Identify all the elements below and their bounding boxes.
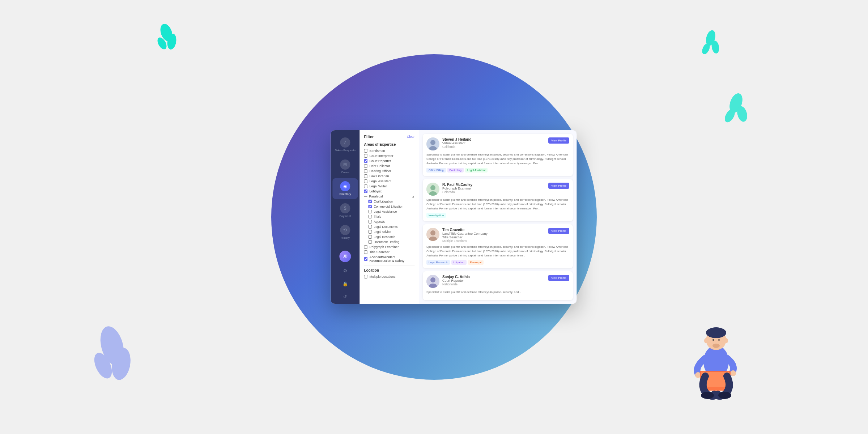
lock-icon[interactable]: 🔒 xyxy=(341,280,349,288)
leaf-decoration-3 xyxy=(87,324,137,391)
profile-desc-2: Specialist to assist plaintiff and defen… xyxy=(426,198,569,211)
profile-location-3: Multiple Locations xyxy=(442,239,545,243)
profile-location-4: Nationwide xyxy=(442,282,545,286)
filter-document-drafting[interactable]: Document Drafting xyxy=(368,239,414,244)
lobbyist-checkbox[interactable] xyxy=(364,190,367,193)
polygraph-checkbox[interactable] xyxy=(364,245,367,249)
appeals-checkbox[interactable] xyxy=(368,220,372,224)
filter-polygraph[interactable]: Polygraph Examiner xyxy=(364,244,414,250)
sidebar-label-payment: Payment xyxy=(340,214,351,218)
tag-paralegal: Paralegal xyxy=(468,260,484,265)
profile-location-1: California xyxy=(442,145,545,149)
legal-writer-checkbox[interactable] xyxy=(364,184,367,188)
debt-collector-checkbox[interactable] xyxy=(364,164,367,168)
profile-card-3: Tim Gravette Land Title Guarantee Compan… xyxy=(423,224,573,268)
cases-icon: ⊞ xyxy=(340,159,350,170)
chevron-up-icon: ▲ xyxy=(412,195,414,198)
legal-assistant-checkbox[interactable] xyxy=(364,179,367,183)
filter-trials[interactable]: Trials xyxy=(368,214,414,219)
profile-role-1: Virtual Assistant xyxy=(442,141,545,145)
leaf-decoration-4 xyxy=(720,90,752,135)
profile-role-2: Polygraph Examiner xyxy=(442,187,545,190)
filter-law-librarian[interactable]: Law Librarian xyxy=(364,174,414,179)
filter-legal-research[interactable]: Legal Research xyxy=(368,234,414,239)
filter-bondsman[interactable]: Bondsman xyxy=(364,148,414,153)
filter-lobbyist[interactable]: Lobbyist xyxy=(364,189,414,194)
filter-legal-assistance[interactable]: Legal Assistance xyxy=(368,209,414,214)
sidebar-item-payment[interactable]: $ Payment xyxy=(332,200,358,221)
legal-documents-checkbox[interactable] xyxy=(368,225,372,229)
leaf-decoration-1 xyxy=(152,22,181,59)
view-profile-btn-1[interactable]: View Profile xyxy=(548,137,569,144)
main-content: Filter Clear Areas of Expertise Bondsman… xyxy=(359,130,576,304)
profile-location-2: Colorado xyxy=(442,190,545,194)
svg-point-36 xyxy=(701,392,714,399)
sidebar-item-directory[interactable]: ◉ Directory xyxy=(332,178,358,199)
filter-legal-advice[interactable]: Legal Advice xyxy=(368,229,414,234)
sidebar-label-cases: Cases xyxy=(341,171,349,174)
taken-requests-icon: ✓ xyxy=(340,137,350,148)
profile-card-1: Steven J Heifand Virtual Assistant Calif… xyxy=(423,134,573,176)
bondsman-checkbox[interactable] xyxy=(364,149,367,153)
profile-header-4: Sanjay G. Adhia Court Reporter Nationwid… xyxy=(426,275,569,288)
filter-commercial-litigation[interactable]: Commercial Litigation xyxy=(368,204,414,209)
refresh-icon[interactable]: ↺ xyxy=(341,293,349,301)
filter-debt-collector[interactable]: Debt Collector xyxy=(364,163,414,169)
profile-card-4: Sanjay G. Adhia Court Reporter Nationwid… xyxy=(423,271,573,300)
view-profile-btn-3[interactable]: View Profile xyxy=(548,228,569,234)
legal-research-checkbox[interactable] xyxy=(368,235,372,239)
sidebar-item-taken-requests[interactable]: ✓ Taken Requests xyxy=(332,135,358,155)
person-illustration xyxy=(680,311,752,405)
civil-litigation-checkbox[interactable] xyxy=(368,200,372,203)
profile-info-4: Sanjay G. Adhia Court Reporter Nationwid… xyxy=(442,275,545,286)
filter-court-reporter[interactable]: Court Reporter xyxy=(364,158,414,163)
view-profile-btn-2[interactable]: View Profile xyxy=(548,183,569,189)
profile-tags-1: Office Billing Docketing Legal Assistant xyxy=(426,168,569,173)
court-interpreter-checkbox[interactable] xyxy=(364,154,367,158)
avatar-2 xyxy=(426,183,439,196)
filter-legal-assistant[interactable]: Legal Assistant xyxy=(364,179,414,184)
tag-litigation: Litigation xyxy=(451,260,467,265)
profile-role-4: Court Reporter xyxy=(442,279,545,282)
filter-multiple-locations[interactable]: Multiple Locations xyxy=(364,274,414,279)
title-searcher-checkbox[interactable] xyxy=(364,250,367,254)
svg-point-29 xyxy=(712,344,720,348)
filter-legal-documents[interactable]: Legal Documents xyxy=(368,224,414,229)
trials-checkbox[interactable] xyxy=(368,215,372,218)
sidebar-item-history[interactable]: ⟲ History xyxy=(332,222,358,243)
app-window: ✓ Taken Requests ⊞ Cases ◉ Directory $ P… xyxy=(331,130,576,304)
tag-legal-assistant: Legal Assistant xyxy=(465,168,488,173)
sidebar: ✓ Taken Requests ⊞ Cases ◉ Directory $ P… xyxy=(331,130,359,304)
sidebar-item-cases[interactable]: ⊞ Cases xyxy=(332,157,358,177)
legal-advice-checkbox[interactable] xyxy=(368,230,372,234)
filter-court-interpreter[interactable]: Court Interpreter xyxy=(364,153,414,158)
filter-accident[interactable]: Accident/Accident Reconstruction & Safet… xyxy=(364,255,414,263)
filter-civil-litigation[interactable]: Civil Litigation xyxy=(368,199,414,204)
filter-clear-button[interactable]: Clear xyxy=(407,135,415,139)
filter-title-searcher[interactable]: Title Searcher xyxy=(364,250,414,255)
filter-legal-writer[interactable]: Legal Writer xyxy=(364,184,414,189)
history-icon: ⟲ xyxy=(340,225,350,235)
document-drafting-checkbox[interactable] xyxy=(368,240,372,244)
accident-checkbox[interactable] xyxy=(364,257,367,261)
avatar-3 xyxy=(426,228,439,241)
svg-point-37 xyxy=(718,392,731,399)
settings-icon[interactable]: ⚙ xyxy=(341,267,349,275)
filter-hearing-officer[interactable]: Hearing Officer xyxy=(364,169,414,174)
law-librarian-checkbox[interactable] xyxy=(364,174,367,178)
legal-assistance-checkbox[interactable] xyxy=(368,210,372,213)
profile-header-3: Tim Gravette Land Title Guarantee Compan… xyxy=(426,228,569,243)
view-profile-btn-4[interactable]: View Profile xyxy=(548,275,569,281)
filter-paralegal-expand[interactable]: — Paralegal ▲ xyxy=(364,194,414,199)
location-section: Location xyxy=(364,268,414,272)
profile-name-2: R. Paul McCauley xyxy=(442,183,545,187)
hearing-officer-checkbox[interactable] xyxy=(364,169,367,173)
filter-appeals[interactable]: Appeals xyxy=(368,219,414,224)
court-reporter-checkbox[interactable] xyxy=(364,159,367,163)
multiple-locations-checkbox[interactable] xyxy=(364,275,367,278)
tag-office-billing: Office Billing xyxy=(426,168,446,173)
profile-name-4: Sanjay G. Adhia xyxy=(442,275,545,279)
filter-title: Filter xyxy=(364,135,374,139)
user-avatar[interactable]: JD xyxy=(339,251,351,262)
commercial-litigation-checkbox[interactable] xyxy=(368,205,372,208)
